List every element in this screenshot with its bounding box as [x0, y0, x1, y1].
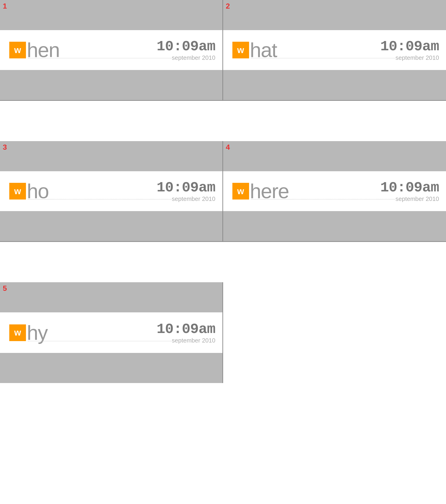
- w-badge-3: w: [9, 183, 26, 199]
- date-4: september 2010: [380, 196, 439, 202]
- dotted-line-4: [251, 199, 395, 199]
- gray-band-bottom-5: [0, 353, 222, 383]
- dotted-line-5: [28, 341, 171, 341]
- cell-5: 5 w hy 10:09am september 2010: [0, 282, 223, 383]
- time-block-3: 10:09am september 2010: [157, 180, 215, 202]
- date-3: september 2010: [157, 196, 215, 202]
- gray-band-bottom-4: [223, 211, 446, 241]
- cell-number-5: 5: [3, 284, 7, 293]
- gray-band-top-1: [0, 0, 222, 30]
- date-2: september 2010: [380, 55, 439, 61]
- time-block-1: 10:09am september 2010: [157, 39, 215, 61]
- dotted-line-1: [28, 58, 171, 58]
- gray-band-top-2: [223, 0, 446, 30]
- date-1: september 2010: [157, 55, 215, 61]
- cell-6: [223, 282, 446, 383]
- gray-band-bottom-1: [0, 70, 222, 100]
- time-1: 10:09am: [157, 39, 215, 54]
- cell-1: 1 w hen 10:09am september 2010: [0, 0, 223, 101]
- gray-band-top-5: [0, 282, 222, 312]
- white-middle-3: w ho 10:09am september 2010: [0, 171, 222, 211]
- white-middle-1: w hen 10:09am september 2010: [0, 30, 222, 70]
- dotted-line-3: [28, 199, 171, 199]
- cell-number-1: 1: [3, 2, 7, 10]
- cell-2: 2 w hat 10:09am september 2010: [223, 0, 446, 101]
- cell-4: 4 w here 10:09am september 2010: [223, 141, 446, 242]
- date-5: september 2010: [157, 337, 215, 343]
- gray-band-bottom-3: [0, 211, 222, 241]
- main-grid: 1 w hen 10:09am september 2010 2 w hat 1…: [0, 0, 446, 504]
- white-middle-2: w hat 10:09am september 2010: [223, 30, 446, 70]
- dotted-line-2: [251, 58, 395, 58]
- time-3: 10:09am: [157, 180, 215, 195]
- time-2: 10:09am: [380, 39, 439, 54]
- time-block-2: 10:09am september 2010: [380, 39, 439, 61]
- gray-band-top-4: [223, 141, 446, 171]
- w-badge-2: w: [232, 42, 249, 58]
- time-block-4: 10:09am september 2010: [380, 180, 439, 202]
- time-5: 10:09am: [157, 322, 215, 337]
- w-badge-1: w: [9, 42, 26, 58]
- w-badge-4: w: [232, 183, 249, 199]
- white-middle-5: w hy 10:09am september 2010: [0, 312, 222, 353]
- cell-3: 3 w ho 10:09am september 2010: [0, 141, 223, 242]
- cell-number-4: 4: [226, 143, 230, 152]
- cell-number-2: 2: [226, 2, 230, 10]
- gray-band-top-3: [0, 141, 222, 171]
- gray-band-bottom-2: [223, 70, 446, 100]
- cell-number-3: 3: [3, 143, 7, 152]
- w-badge-5: w: [9, 324, 26, 341]
- time-4: 10:09am: [380, 180, 439, 195]
- white-middle-4: w here 10:09am september 2010: [223, 171, 446, 211]
- time-block-5: 10:09am september 2010: [157, 322, 215, 343]
